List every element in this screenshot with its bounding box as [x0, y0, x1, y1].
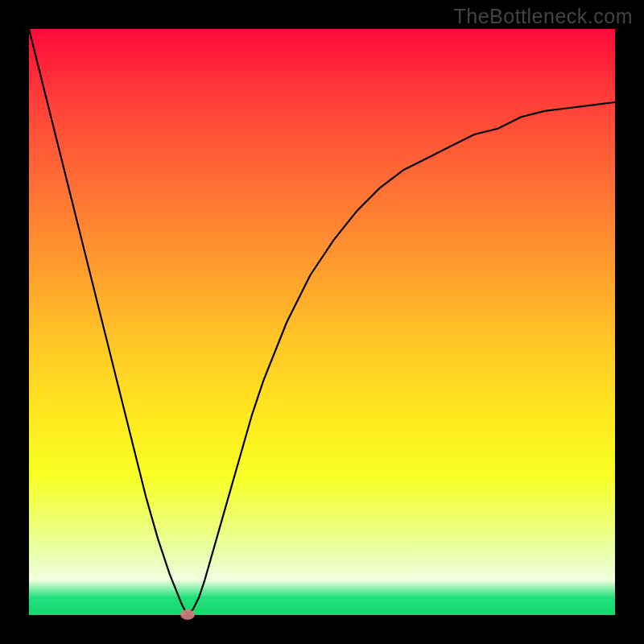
plot-area — [29, 29, 615, 615]
chart-frame: TheBottleneck.com — [0, 0, 644, 644]
minimum-marker — [180, 609, 195, 620]
bottleneck-curve — [29, 29, 615, 615]
watermark-text: TheBottleneck.com — [454, 5, 634, 28]
